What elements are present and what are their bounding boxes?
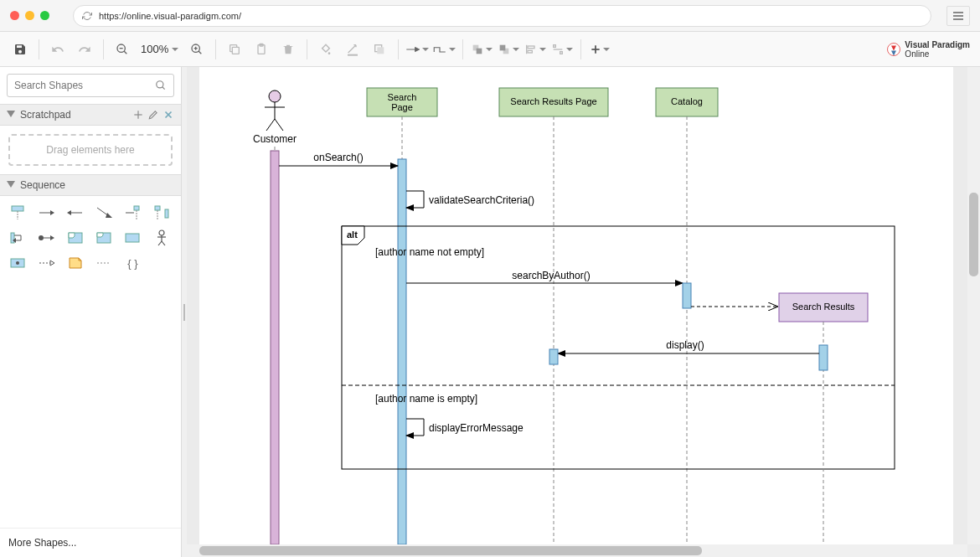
to-front-button[interactable] (470, 38, 493, 61)
maximize-window-button[interactable] (40, 11, 49, 20)
paste-button[interactable] (250, 38, 273, 61)
object-label: Search Results (792, 302, 855, 312)
toolbar-separator (462, 39, 463, 59)
shape-frame[interactable] (64, 228, 86, 248)
window-controls (10, 11, 49, 20)
reload-icon[interactable] (82, 11, 92, 21)
shape-endpoint[interactable] (7, 253, 28, 273)
edit-icon[interactable] (147, 109, 159, 121)
zoom-out-button[interactable] (111, 38, 134, 61)
chevron-down-icon (513, 48, 519, 51)
url-bar[interactable]: https://online.visual-paradigm.com/ (73, 5, 931, 27)
brand-tagline: Online (905, 49, 970, 59)
scrollbar-thumb[interactable] (969, 193, 978, 276)
shape-continuation[interactable] (93, 253, 115, 273)
horizontal-scrollbar[interactable] (187, 544, 967, 557)
dropzone-text: Drag elements here (46, 144, 134, 156)
shape-message-diagonal[interactable] (93, 203, 115, 223)
shape-return[interactable] (35, 253, 57, 273)
brand-logo[interactable]: Visual Paradigm Online (886, 40, 970, 59)
shape-message-right[interactable] (35, 203, 57, 223)
svg-rect-18 (500, 44, 506, 50)
actor-customer[interactable]: Customer (253, 90, 297, 544)
svg-point-71 (269, 90, 281, 102)
more-shapes-link[interactable]: More Shapes... (0, 528, 181, 557)
shape-fragment[interactable] (93, 228, 115, 248)
svg-rect-80 (398, 159, 406, 544)
svg-rect-52 (11, 233, 14, 243)
svg-marker-41 (50, 210, 54, 215)
lifeline-label: SearchPage (388, 92, 417, 112)
shape-rect[interactable] (121, 228, 143, 248)
add-icon[interactable] (132, 109, 144, 121)
sidebar: Scratchpad Drag elements here Sequence (0, 67, 182, 557)
sequence-diagram: Customer SearchPage Search Results Page (199, 67, 953, 544)
vertical-scrollbar[interactable] (967, 67, 980, 544)
undo-button[interactable] (46, 38, 70, 61)
connector-style-button[interactable] (432, 38, 456, 61)
chevron-down-icon (486, 48, 493, 51)
sequence-panel-header[interactable]: Sequence (0, 174, 181, 196)
svg-rect-24 (560, 51, 563, 54)
svg-rect-49 (155, 206, 160, 210)
message-validate[interactable]: validateSearchCriteria() (406, 191, 534, 208)
shape-activation[interactable] (151, 203, 173, 223)
shape-found-message[interactable] (121, 203, 143, 223)
shape-constraint[interactable]: { } (121, 253, 143, 273)
message-on-search[interactable]: onSearch() (279, 152, 398, 166)
chevron-down-icon (172, 48, 178, 51)
message-display[interactable]: display() (549, 339, 828, 370)
shape-actor[interactable] (151, 228, 173, 248)
save-button[interactable] (8, 38, 32, 61)
diagram-canvas[interactable]: Customer SearchPage Search Results Page (199, 67, 953, 557)
shape-lifeline[interactable] (7, 203, 28, 223)
svg-point-66 (16, 261, 19, 265)
message-search-by-author[interactable]: searchByAuthor() (406, 270, 691, 308)
svg-line-63 (158, 241, 162, 245)
svg-rect-46 (134, 206, 139, 210)
shape-search-box[interactable] (7, 74, 174, 97)
shape-search-input[interactable] (14, 80, 155, 91)
minimize-window-button[interactable] (25, 11, 34, 20)
connector-end-button[interactable] (405, 38, 429, 61)
redo-button[interactable] (73, 38, 96, 61)
copy-button[interactable] (223, 38, 246, 61)
svg-rect-59 (126, 234, 139, 242)
distribute-button[interactable] (550, 38, 574, 61)
svg-rect-21 (528, 50, 532, 53)
message-create-results[interactable]: Search Results (691, 293, 868, 544)
close-icon[interactable] (162, 109, 174, 121)
svg-marker-45 (106, 213, 112, 218)
lifeline-catalog[interactable]: Catalog (656, 88, 718, 544)
shape-note[interactable] (64, 253, 86, 273)
zoom-level-dropdown[interactable]: 100% (137, 43, 182, 55)
lifeline-search-page[interactable]: SearchPage (367, 88, 437, 544)
lifeline-search-results-page[interactable]: Search Results Page (499, 88, 608, 544)
delete-button[interactable] (276, 38, 300, 61)
add-button[interactable] (588, 38, 611, 61)
chevron-down-icon (566, 48, 573, 51)
close-window-button[interactable] (10, 11, 19, 20)
zoom-in-button[interactable] (185, 38, 209, 61)
shape-self-message[interactable] (7, 228, 28, 248)
message-display-error[interactable]: displayErrorMessage (406, 419, 524, 436)
scratchpad-dropzone[interactable]: Drag elements here (8, 134, 173, 166)
fragment-alt[interactable]: alt [author name not empty] [author name… (342, 226, 895, 469)
shape-destroy[interactable] (35, 228, 57, 248)
browser-menu-button[interactable] (946, 6, 970, 26)
vp-icon (886, 42, 901, 57)
shape-message-left[interactable] (64, 203, 86, 223)
svg-line-6 (199, 51, 201, 54)
scrollbar-thumb[interactable] (199, 546, 702, 555)
align-button[interactable] (524, 38, 547, 61)
browser-chrome: https://online.visual-paradigm.com/ (0, 0, 980, 32)
message-label: onSearch() (313, 152, 363, 163)
line-color-button[interactable] (341, 38, 364, 61)
shadow-button[interactable] (368, 38, 391, 61)
scratchpad-panel-header[interactable]: Scratchpad (0, 104, 181, 126)
svg-rect-12 (378, 47, 384, 54)
to-back-button[interactable] (497, 38, 520, 61)
fill-color-button[interactable] (314, 38, 338, 61)
svg-rect-93 (819, 345, 828, 370)
svg-rect-16 (477, 48, 482, 54)
